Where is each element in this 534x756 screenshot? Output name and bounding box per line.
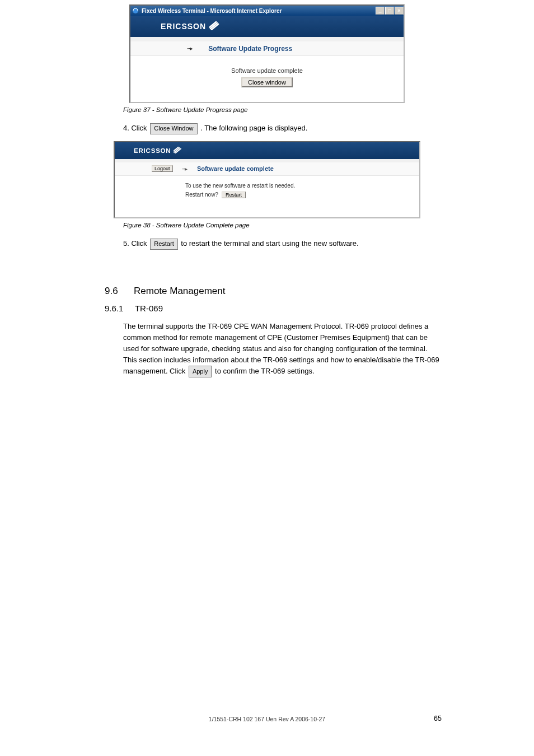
step-5-text: 5. Click Restart to restart the terminal… — [123, 239, 411, 250]
apply-inline-button: Apply — [189, 366, 212, 377]
ie-icon — [132, 7, 139, 15]
progress-body: Software update complete Close window — [130, 56, 404, 102]
page-number: 65 — [434, 715, 442, 722]
ericsson-bars-icon — [209, 21, 219, 32]
maximize-button[interactable]: □ — [385, 7, 394, 15]
sub-header-2: Logout ···▸ Software update complete — [115, 162, 419, 176]
window-titlebar: Fixed Wireless Terminal - Microsoft Inte… — [130, 6, 404, 16]
restart-question: Restart now? — [185, 192, 218, 198]
screenshot-window-1: Fixed Wireless Terminal - Microsoft Inte… — [129, 4, 405, 103]
ericsson-header-bar-2: ERICSSON — [115, 142, 419, 159]
ericsson-logo: ERICSSON — [161, 21, 219, 32]
arrow-icon-2: ···▸ — [182, 166, 187, 172]
section-heading: 9.6 Remote Management — [105, 286, 534, 297]
restart-inline-button: Restart — [150, 239, 177, 250]
ericsson-logo-text-2: ERICSSON — [134, 147, 171, 154]
restart-message: To use the new software a restart is nee… — [185, 183, 419, 189]
arrow-icon: ···▸ — [186, 45, 193, 52]
restart-button[interactable]: Restart — [222, 192, 246, 198]
status-message: Software update complete — [130, 67, 404, 74]
window-title: Fixed Wireless Terminal - Microsoft Inte… — [142, 8, 375, 14]
ericsson-bars-icon-2 — [174, 147, 181, 155]
close-button[interactable]: × — [395, 7, 404, 15]
sub-title-2: Software update complete — [197, 165, 274, 172]
ericsson-header-bar: ERICSSON — [130, 16, 404, 37]
ericsson-logo-text: ERICSSON — [161, 22, 206, 31]
ericsson-logo-2: ERICSSON — [134, 147, 181, 155]
body-paragraph: The terminal supports the TR-069 CPE WAN… — [123, 321, 442, 378]
restart-body: To use the new software a restart is nee… — [115, 176, 419, 217]
figure-caption-2: Figure 38 - Software Update Complete pag… — [123, 222, 534, 228]
step-4-text: 4. Click Close Window . The following pa… — [123, 123, 411, 134]
screenshot-window-2: ERICSSON Logout ···▸ Software update com… — [114, 141, 420, 218]
logout-button[interactable]: Logout — [152, 165, 173, 172]
close-window-inline-button: Close Window — [150, 123, 197, 134]
minimize-button[interactable]: _ — [376, 7, 385, 15]
close-window-button[interactable]: Close window — [241, 77, 293, 87]
sub-section-heading: 9.6.1 TR-069 — [105, 304, 534, 313]
sub-title: Software Update Progress — [208, 45, 292, 53]
sub-header: ···▸ Software Update Progress — [130, 41, 404, 56]
figure-caption-1: Figure 37 - Software Update Progress pag… — [123, 106, 534, 113]
footer-id: 1/1551-CRH 102 167 Uen Rev A 2006-10-27 — [0, 716, 534, 722]
